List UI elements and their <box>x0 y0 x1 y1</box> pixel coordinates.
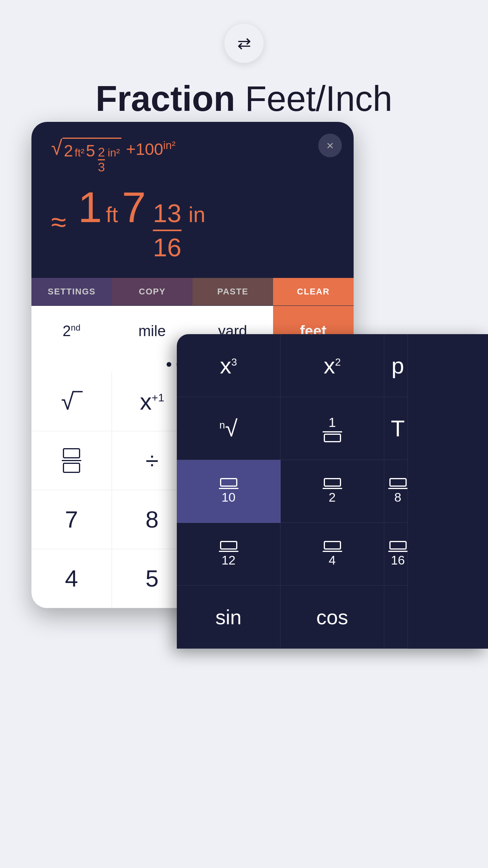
sqrt-expression: √ 2ft² 5 2 3 in² <box>51 138 121 174</box>
reciprocal-key[interactable]: 1 <box>281 397 384 460</box>
copy-button[interactable]: COPY <box>112 278 193 305</box>
sqrt-key[interactable]: √‾ <box>31 372 112 431</box>
approx-sign: ≈ <box>51 206 66 238</box>
fraction-line <box>153 230 181 231</box>
dot-1 <box>167 362 171 367</box>
paste-button[interactable]: PASTE <box>193 278 273 305</box>
overlay-panel: x3 x2 p n√ 1 T 10 2 <box>177 334 488 649</box>
key-4[interactable]: 4 <box>31 549 112 608</box>
display-area: × √ 2ft² 5 2 3 in² +100in² <box>31 122 354 278</box>
sin-key[interactable]: sin <box>177 586 281 649</box>
result-value: 1 ft 7 13 16 in <box>78 182 205 262</box>
result-inches-whole: 7 <box>122 182 146 232</box>
result-row: ≈ 1 ft 7 13 16 in <box>51 182 334 270</box>
xcubed-key[interactable]: x3 <box>177 334 281 397</box>
clear-button[interactable]: CLEAR <box>273 278 354 305</box>
cos-key[interactable]: cos <box>281 586 384 649</box>
frac10-key[interactable]: 10 <box>177 460 281 523</box>
swap-button[interactable]: ⇄ <box>224 24 264 63</box>
frac16-partial-key[interactable]: 16 <box>384 523 408 586</box>
fraction-denominator: 16 <box>153 233 181 262</box>
title: Fraction Feet/Inch <box>95 79 392 120</box>
unit-2nd-button[interactable]: 2nd <box>31 306 112 357</box>
result-fraction: 13 16 <box>153 199 181 262</box>
action-bar: SETTINGS COPY PASTE CLEAR <box>31 278 354 305</box>
cos-partial-key <box>384 586 408 649</box>
result-feet-unit: ft <box>106 202 118 227</box>
frac8-partial-key[interactable]: 8 <box>384 460 408 523</box>
frac2-key[interactable]: 2 <box>281 460 384 523</box>
title-bold: Fraction <box>95 79 235 118</box>
overlay-grid: x3 x2 p n√ 1 T 10 2 <box>177 334 488 649</box>
fraction-key[interactable] <box>31 431 112 490</box>
result-feet-whole: 1 <box>78 182 102 232</box>
fraction-numerator: 13 <box>153 199 181 228</box>
result-inches-unit: in <box>189 202 205 227</box>
key-7[interactable]: 7 <box>31 490 112 549</box>
frac4-key[interactable]: 4 <box>281 523 384 586</box>
t-partial-key[interactable]: T <box>384 397 408 460</box>
top-section: ⇄ Fraction Feet/Inch <box>0 0 488 120</box>
input-expression: √ 2ft² 5 2 3 in² +100in² <box>51 138 334 174</box>
close-icon: × <box>327 138 334 153</box>
settings-button[interactable]: SETTINGS <box>31 278 112 305</box>
xsquared-key[interactable]: x2 <box>281 334 384 397</box>
title-light: Feet/Inch <box>235 79 392 118</box>
partial-key[interactable]: p <box>384 334 408 397</box>
close-button[interactable]: × <box>318 134 342 157</box>
nthroot-key[interactable]: n√ <box>177 397 281 460</box>
swap-icon: ⇄ <box>237 35 251 51</box>
frac12-key[interactable]: 12 <box>177 523 281 586</box>
